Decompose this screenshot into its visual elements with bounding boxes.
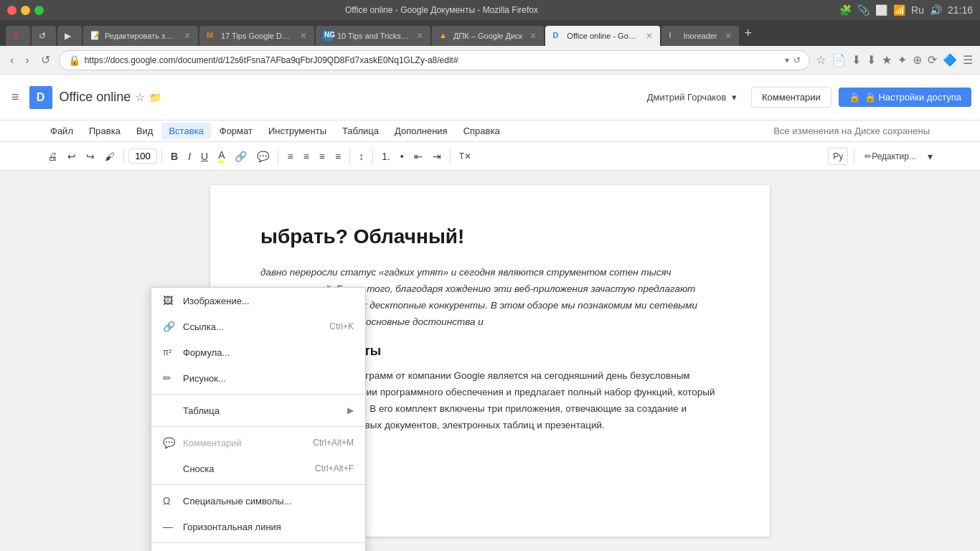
paint-format-button[interactable]: 🖌 bbox=[100, 148, 119, 165]
bulleted-list-button[interactable]: • bbox=[396, 148, 408, 165]
menu-view[interactable]: Вид bbox=[129, 123, 161, 139]
bookmark-star-icon[interactable]: ☆ bbox=[816, 53, 826, 67]
tab-gmail[interactable]: G bbox=[6, 26, 30, 46]
toolbar-icons: ☆ 📄 ⬇ ⬇ ★ ✦ ⊕ ⟳ 🔷 ☰ bbox=[816, 53, 973, 67]
insert-drawing-item[interactable]: ✏ Рисунок... bbox=[151, 365, 365, 391]
indent-button[interactable]: ⇥ bbox=[428, 148, 446, 165]
reader-icon[interactable]: 📄 bbox=[831, 53, 846, 67]
separator-6 bbox=[450, 149, 451, 164]
menu-icon[interactable]: ☰ bbox=[963, 53, 973, 67]
insert-formula-item[interactable]: π² Формула... bbox=[151, 339, 365, 365]
tab-tips1-label: 17 Tips Google Do... bbox=[221, 32, 293, 40]
undo-button[interactable]: ↩ bbox=[63, 148, 80, 165]
numbered-list-button[interactable]: 1. bbox=[377, 148, 395, 165]
insert-table-item[interactable]: Таблица ▶ bbox=[151, 397, 365, 423]
clear-format-button[interactable]: T✕ bbox=[455, 149, 476, 164]
tab-inoreader-label: Inoreader bbox=[683, 32, 717, 40]
insert-hline-item[interactable]: — Горизонтальная линия bbox=[151, 514, 365, 540]
tab-nav1[interactable]: ↺ bbox=[32, 26, 56, 46]
addon5-icon[interactable]: 🔷 bbox=[943, 53, 957, 67]
menu-addons[interactable]: Дополнения bbox=[387, 123, 455, 139]
menu-divider-2 bbox=[151, 426, 365, 427]
tab-inoreader[interactable]: I Inoreader ✕ bbox=[661, 26, 738, 46]
addon3-icon[interactable]: ⊕ bbox=[913, 53, 922, 67]
menu-format[interactable]: Формат bbox=[212, 123, 260, 139]
insert-pagenum-item[interactable]: Номер страницы ▶ bbox=[151, 546, 365, 551]
nav-menu-button[interactable]: ≡ bbox=[9, 87, 22, 108]
italic-button[interactable]: I bbox=[184, 148, 195, 165]
share-button-label: 🔒 Настройки доступа bbox=[864, 92, 961, 103]
user-chevron-icon[interactable]: ▾ bbox=[732, 92, 737, 103]
minimize-button[interactable] bbox=[21, 6, 30, 15]
insert-footnote-item[interactable]: Сноска Ctrl+Alt+F bbox=[151, 456, 365, 481]
addon2-icon[interactable]: ✦ bbox=[897, 53, 907, 67]
tab-nav2[interactable]: ▶ bbox=[57, 26, 82, 46]
tab-docs-close[interactable]: ✕ bbox=[646, 31, 653, 41]
menu-bar: Файл Правка Вид Вставка Формат Инструмен… bbox=[0, 121, 980, 142]
titlebar-icons: 🧩 📎 ⬜ 📶 Ru 🔊 21:16 bbox=[839, 4, 973, 16]
menu-insert[interactable]: Вставка bbox=[161, 123, 210, 139]
insert-drawing-label: Рисунок... bbox=[183, 373, 354, 384]
document-title[interactable]: Office online bbox=[60, 90, 131, 105]
forward-button[interactable]: › bbox=[22, 51, 32, 70]
menu-tools[interactable]: Инструменты bbox=[261, 123, 334, 139]
text-color-button[interactable]: A bbox=[214, 146, 229, 166]
docs-logo-icon: D bbox=[37, 91, 45, 104]
tab-tips1-close[interactable]: ✕ bbox=[300, 31, 307, 41]
addon1-icon[interactable]: ★ bbox=[882, 53, 892, 67]
share-button[interactable]: 🔒 🔒 Настройки доступа bbox=[839, 88, 971, 107]
toolbar-chevron-button[interactable]: ▾ bbox=[923, 148, 937, 165]
redo-button[interactable]: ↪ bbox=[82, 148, 99, 165]
tab-redact[interactable]: 📝 Редактировать запи... ✕ bbox=[83, 26, 198, 46]
font-size-input[interactable]: 100 bbox=[128, 149, 157, 164]
gmail-favicon: G bbox=[13, 31, 23, 41]
tab-tips1[interactable]: M 17 Tips Google Do... ✕ bbox=[199, 26, 314, 46]
insert-comment-item[interactable]: 💬 Комментарий Ctrl+Alt+M bbox=[151, 430, 365, 456]
tab-inoreader-close[interactable]: ✕ bbox=[725, 31, 732, 41]
close-button[interactable] bbox=[7, 6, 17, 15]
star-icon[interactable]: ☆ bbox=[135, 90, 145, 104]
addon4-icon[interactable]: ⟳ bbox=[928, 53, 937, 67]
menu-help[interactable]: Справка bbox=[456, 123, 507, 139]
download-icon[interactable]: ⬇ bbox=[852, 53, 861, 67]
new-tab-button[interactable]: + bbox=[745, 26, 753, 41]
toolbar: 🖨 ↩ ↪ 🖌 100 B I U A 🔗 💬 ≡ ≡ ≡ ≡ ↕ 1. • ⇤… bbox=[0, 142, 980, 171]
special-chars-icon: Ω bbox=[163, 495, 179, 507]
menu-file[interactable]: Файл bbox=[43, 123, 80, 139]
back-button[interactable]: ‹ bbox=[7, 51, 17, 70]
app-header: ≡ D Office online ☆ 📁 Дмитрий Горчаков ▾… bbox=[0, 75, 980, 121]
comments-button[interactable]: Комментарии bbox=[751, 87, 831, 108]
tab-redact-close[interactable]: ✕ bbox=[184, 31, 191, 41]
table-submenu-arrow: ▶ bbox=[347, 405, 354, 415]
align-right-button[interactable]: ≡ bbox=[315, 148, 329, 165]
menu-edit[interactable]: Правка bbox=[82, 123, 128, 139]
underline-button[interactable]: U bbox=[197, 148, 212, 165]
align-center-button[interactable]: ≡ bbox=[299, 148, 314, 165]
lock-icon: 🔒 bbox=[849, 92, 860, 103]
comment-button[interactable]: 💬 bbox=[253, 148, 273, 165]
outdent-button[interactable]: ⇤ bbox=[410, 148, 427, 165]
link-button[interactable]: 🔗 bbox=[230, 148, 251, 165]
folder-icon[interactable]: 📁 bbox=[149, 92, 161, 103]
tab-drive-close[interactable]: ✕ bbox=[529, 31, 537, 41]
url-bar[interactable]: 🔒 https://docs.google.com/document/d/12s… bbox=[59, 50, 810, 70]
reload-button[interactable]: ↺ bbox=[38, 50, 53, 70]
menu-table[interactable]: Таблица bbox=[335, 123, 386, 139]
window-controls bbox=[7, 6, 44, 15]
edit-mode-button[interactable]: ✏ Редактир... bbox=[860, 149, 920, 164]
extensions-addr-icon[interactable]: ⬇ bbox=[867, 53, 876, 67]
insert-link-item[interactable]: 🔗 Ссылка... Ctrl+K bbox=[151, 314, 365, 339]
tab-tips2[interactable]: NG 10 Tips and Tricks ... ✕ bbox=[316, 26, 430, 46]
language-button[interactable]: Ру bbox=[828, 148, 848, 165]
maximize-button[interactable] bbox=[34, 6, 44, 15]
tab-drive[interactable]: ▲ ДПК – Google Диск ✕ bbox=[432, 26, 544, 46]
bold-button[interactable]: B bbox=[166, 148, 182, 165]
align-justify-button[interactable]: ≡ bbox=[331, 148, 345, 165]
align-left-button[interactable]: ≡ bbox=[283, 148, 297, 165]
tab-docs-active[interactable]: D Office online - Goo... ✕ bbox=[545, 26, 660, 46]
insert-image-item[interactable]: 🖼 Изображение... bbox=[151, 288, 365, 314]
line-spacing-button[interactable]: ↕ bbox=[354, 148, 368, 165]
insert-special-item[interactable]: Ω Специальные символы... bbox=[151, 488, 365, 514]
tab-tips2-close[interactable]: ✕ bbox=[416, 31, 423, 41]
print-button[interactable]: 🖨 bbox=[43, 148, 62, 165]
